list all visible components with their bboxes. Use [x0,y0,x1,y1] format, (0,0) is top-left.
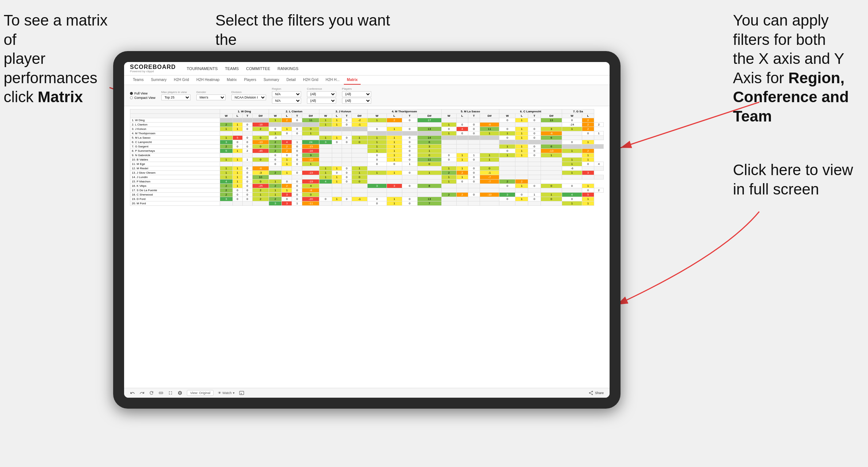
subnav-summary[interactable]: Summary [148,76,169,85]
matrix-cell [499,158,515,162]
matrix-cell [332,193,342,197]
matrix-cell [352,153,367,158]
subnav-h2hh[interactable]: H2H H... [323,76,342,85]
region-select[interactable]: N/A [272,91,301,97]
watch-button[interactable]: 👁 Watch ▾ [218,391,234,395]
subnav-h2h-heatmap[interactable]: H2H Heatmap [193,76,222,85]
compact-view-label: Compact View [134,96,155,100]
compact-view-option[interactable]: Compact View [130,96,155,100]
h-w5: W [442,114,457,118]
region-select2[interactable]: N/A [272,98,301,104]
matrix-cell [468,140,480,144]
matrix-cell: 1 [367,149,387,153]
h-l2: L [282,114,292,118]
matrix-cell [242,153,252,158]
matrix-cell: -13 [541,149,562,153]
matrix-cell: 1 [292,201,302,206]
matrix-cell [387,131,402,136]
subnav-matrix-active[interactable]: Matrix [344,76,360,85]
refresh-icon[interactable] [149,390,154,395]
h-t4: T [402,114,417,118]
matrix-cell: 1 [582,184,594,188]
table-row: 14. J Lundin110101100110-7 [130,175,604,180]
matrix-cell: 1 [319,136,332,140]
conference-select2[interactable]: (All) [307,98,336,104]
matrix-cell [456,118,468,123]
players-select[interactable]: (All) [342,91,371,97]
matrix-cell: 1 [528,193,541,197]
subnav-teams[interactable]: Teams [130,76,146,85]
matrix-cell: 1 [562,171,582,175]
matrix-content[interactable]: 1. W Ding 2. L Clanton 3. J Koivun 4. M … [124,106,610,388]
redo-icon[interactable] [139,390,145,395]
matrix-cell: 0 [528,184,541,188]
nav-tournaments[interactable]: TOURNAMENTS [187,65,218,72]
matrix-cell: 4 [319,180,332,184]
matrix-cell: 0 [402,118,417,123]
h-t2: T [292,114,302,118]
matrix-cell: 13 [541,118,562,123]
undo-icon[interactable] [130,390,135,395]
matrix-cell: -15 [302,144,319,149]
bottom-toolbar: View: Original 👁 Watch ▾ Share [124,388,610,398]
matrix-cell: -3 [252,171,269,175]
nav-rankings[interactable]: RANKINGS [277,65,298,72]
conference-select[interactable]: (All) [307,91,336,97]
player-name-cell: 11. M Ege [130,162,220,166]
matrix-cell: 2 [220,144,233,149]
matrix-cell [387,180,402,184]
subnav-summary2[interactable]: Summary [261,76,282,85]
screen-icon[interactable] [239,390,244,395]
view-badge[interactable]: View: Original [187,390,214,396]
matrix-cell [562,175,582,180]
subnav-players[interactable]: Players [241,76,259,85]
matrix-cell: 2 [499,180,515,184]
subnav-detail[interactable]: Detail [284,76,299,85]
matrix-cell [220,118,233,123]
gender-select[interactable]: Men's [196,94,226,100]
row-label-header [130,114,220,118]
subnav-h2h-grid[interactable]: H2H Grid [171,76,192,85]
filter-division: Division NCAA Division I [231,90,266,100]
matrix-cell: 0 [352,140,367,144]
share-link-icon[interactable] [158,390,164,395]
matrix-cell: 2 [282,184,292,188]
matrix-cell: 0 [242,197,252,201]
matrix-cell [594,175,603,180]
matrix-cell [292,166,302,171]
subnav-matrix[interactable]: Matrix [224,76,239,85]
matrix-cell [319,201,332,206]
logo-sub-text: Powered by clippd [130,70,176,73]
matrix-cell: 1 [515,149,528,153]
full-view-option[interactable]: Full View [130,92,155,95]
players-select2[interactable]: (All) [342,98,371,104]
nav-teams[interactable]: TEAMS [225,65,239,72]
nav-committee[interactable]: COMMITTEE [246,65,270,72]
share-button[interactable]: Share [588,390,604,395]
matrix-cell: 2 [220,123,233,127]
matrix-cell: 0 [332,140,342,144]
matrix-cell [417,175,441,180]
matrix-cell: 0 [528,118,541,123]
matrix-cell: 1 [269,180,282,184]
settings-icon[interactable] [177,390,183,395]
division-select[interactable]: NCAA Division I [231,94,266,100]
matrix-cell [541,201,562,206]
expand-icon[interactable] [168,390,173,395]
subnav-h2h-grid2[interactable]: H2H Grid [300,76,321,85]
matrix-cell [515,123,528,127]
matrix-cell [480,118,499,123]
matrix-corner-header [130,109,220,114]
main-nav: TOURNAMENTS TEAMS COMMITTEE RANKINGS [187,65,299,72]
h-l7: L [582,114,594,118]
matrix-cell [562,131,582,136]
matrix-cell: 1 [233,171,242,175]
matrix-cell [342,193,352,197]
matrix-cell: 2 [220,184,233,188]
matrix-cell: 2 [269,144,282,149]
matrix-cell: 2 [269,184,282,188]
matrix-cell: 0 [292,153,302,158]
matrix-cell: 0 [402,136,417,140]
annotation-topright-line3: the X axis and Y [733,50,844,67]
max-players-select[interactable]: Top 25 [161,94,191,100]
